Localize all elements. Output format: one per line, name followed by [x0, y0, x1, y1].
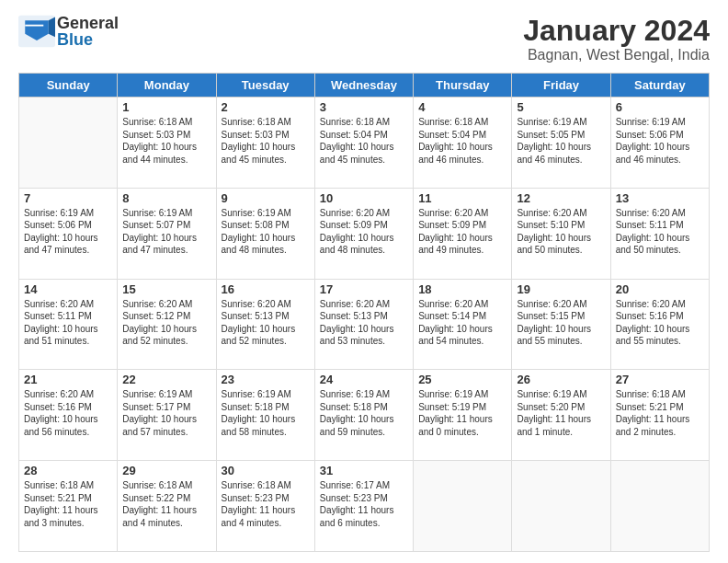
- day-number: 4: [418, 100, 506, 114]
- day-info: Sunrise: 6:19 AMSunset: 5:18 PMDaylight:…: [222, 388, 310, 438]
- day-info: Sunrise: 6:20 AMSunset: 5:09 PMDaylight:…: [418, 207, 506, 257]
- day-info: Sunrise: 6:18 AMSunset: 5:03 PMDaylight:…: [222, 116, 310, 166]
- day-info: Sunrise: 6:20 AMSunset: 5:16 PMDaylight:…: [24, 388, 112, 438]
- day-number: 31: [320, 464, 408, 477]
- calendar-cell: 13Sunrise: 6:20 AMSunset: 5:11 PMDayligh…: [610, 188, 709, 279]
- calendar-cell: 20Sunrise: 6:20 AMSunset: 5:16 PMDayligh…: [610, 279, 709, 370]
- logo-general-text: General: [57, 15, 119, 31]
- calendar-cell: 22Sunrise: 6:19 AMSunset: 5:17 PMDayligh…: [118, 370, 216, 461]
- day-info: Sunrise: 6:19 AMSunset: 5:06 PMDaylight:…: [24, 207, 112, 257]
- day-info: Sunrise: 6:20 AMSunset: 5:11 PMDaylight:…: [24, 298, 112, 348]
- day-info: Sunrise: 6:18 AMSunset: 5:04 PMDaylight:…: [418, 116, 506, 166]
- calendar-body: 1Sunrise: 6:18 AMSunset: 5:03 PMDaylight…: [19, 98, 710, 552]
- day-info: Sunrise: 6:20 AMSunset: 5:15 PMDaylight:…: [517, 298, 605, 348]
- calendar-cell: 19Sunrise: 6:20 AMSunset: 5:15 PMDayligh…: [512, 279, 610, 370]
- day-info: Sunrise: 6:20 AMSunset: 5:10 PMDaylight:…: [517, 207, 605, 257]
- calendar-week-1: 1Sunrise: 6:18 AMSunset: 5:03 PMDaylight…: [19, 98, 710, 189]
- weekday-header-friday: Friday: [512, 74, 610, 98]
- logo: General Blue: [18, 15, 119, 48]
- day-info: Sunrise: 6:20 AMSunset: 5:12 PMDaylight:…: [122, 298, 210, 348]
- calendar-cell: 1Sunrise: 6:18 AMSunset: 5:03 PMDaylight…: [118, 98, 216, 189]
- calendar-cell: 8Sunrise: 6:19 AMSunset: 5:07 PMDaylight…: [118, 188, 216, 279]
- day-info: Sunrise: 6:18 AMSunset: 5:22 PMDaylight:…: [122, 479, 210, 529]
- calendar-cell: 15Sunrise: 6:20 AMSunset: 5:12 PMDayligh…: [118, 279, 216, 370]
- weekday-header-sunday: Sunday: [19, 74, 118, 98]
- day-number: 11: [418, 191, 506, 205]
- day-info: Sunrise: 6:17 AMSunset: 5:23 PMDaylight:…: [320, 479, 408, 529]
- day-number: 29: [122, 464, 210, 477]
- page: General Blue January 2024 Bagnan, West B…: [0, 0, 728, 563]
- day-number: 20: [616, 282, 704, 296]
- weekday-header-saturday: Saturday: [610, 74, 709, 98]
- calendar-cell: 23Sunrise: 6:19 AMSunset: 5:18 PMDayligh…: [216, 370, 314, 461]
- calendar-cell: 24Sunrise: 6:19 AMSunset: 5:18 PMDayligh…: [314, 370, 413, 461]
- day-number: 22: [122, 373, 210, 386]
- day-number: 12: [517, 191, 605, 205]
- day-number: 2: [222, 100, 310, 114]
- day-info: Sunrise: 6:20 AMSunset: 5:14 PMDaylight:…: [418, 298, 506, 348]
- day-number: 19: [517, 282, 605, 296]
- calendar-cell: 2Sunrise: 6:18 AMSunset: 5:03 PMDaylight…: [216, 98, 314, 189]
- day-number: 18: [418, 282, 506, 296]
- calendar-cell: 3Sunrise: 6:18 AMSunset: 5:04 PMDaylight…: [314, 98, 413, 189]
- day-number: 17: [320, 282, 408, 296]
- weekday-header-row: SundayMondayTuesdayWednesdayThursdayFrid…: [19, 74, 710, 98]
- day-info: Sunrise: 6:18 AMSunset: 5:04 PMDaylight:…: [320, 116, 408, 166]
- calendar-cell: 5Sunrise: 6:19 AMSunset: 5:05 PMDaylight…: [512, 98, 610, 189]
- calendar-table: SundayMondayTuesdayWednesdayThursdayFrid…: [18, 73, 710, 552]
- day-info: Sunrise: 6:18 AMSunset: 5:21 PMDaylight:…: [24, 479, 112, 529]
- calendar-title: January 2024: [523, 15, 710, 47]
- calendar-cell: 7Sunrise: 6:19 AMSunset: 5:06 PMDaylight…: [19, 188, 118, 279]
- title-block: January 2024 Bagnan, West Bengal, India: [523, 15, 710, 63]
- day-info: Sunrise: 6:20 AMSunset: 5:13 PMDaylight:…: [222, 298, 310, 348]
- calendar-week-5: 28Sunrise: 6:18 AMSunset: 5:21 PMDayligh…: [19, 461, 710, 552]
- calendar-cell: [512, 461, 610, 552]
- calendar-cell: 16Sunrise: 6:20 AMSunset: 5:13 PMDayligh…: [216, 279, 314, 370]
- day-info: Sunrise: 6:20 AMSunset: 5:11 PMDaylight:…: [616, 207, 704, 257]
- calendar-cell: 14Sunrise: 6:20 AMSunset: 5:11 PMDayligh…: [19, 279, 118, 370]
- day-info: Sunrise: 6:18 AMSunset: 5:03 PMDaylight:…: [122, 116, 210, 166]
- day-number: 30: [222, 464, 310, 477]
- calendar-cell: 21Sunrise: 6:20 AMSunset: 5:16 PMDayligh…: [19, 370, 118, 461]
- header: General Blue January 2024 Bagnan, West B…: [18, 15, 710, 63]
- calendar-cell: 17Sunrise: 6:20 AMSunset: 5:13 PMDayligh…: [314, 279, 413, 370]
- calendar-cell: 28Sunrise: 6:18 AMSunset: 5:21 PMDayligh…: [19, 461, 118, 552]
- weekday-header-tuesday: Tuesday: [216, 74, 314, 98]
- calendar-cell: [610, 461, 709, 552]
- day-number: 28: [24, 464, 112, 477]
- calendar-subtitle: Bagnan, West Bengal, India: [523, 47, 710, 63]
- day-info: Sunrise: 6:19 AMSunset: 5:18 PMDaylight:…: [320, 388, 408, 438]
- day-info: Sunrise: 6:20 AMSunset: 5:09 PMDaylight:…: [320, 207, 408, 257]
- calendar-cell: 12Sunrise: 6:20 AMSunset: 5:10 PMDayligh…: [512, 188, 610, 279]
- calendar-cell: 25Sunrise: 6:19 AMSunset: 5:19 PMDayligh…: [414, 370, 512, 461]
- day-number: 9: [222, 191, 310, 205]
- calendar-cell: 6Sunrise: 6:19 AMSunset: 5:06 PMDaylight…: [610, 98, 709, 189]
- day-info: Sunrise: 6:19 AMSunset: 5:19 PMDaylight:…: [418, 388, 506, 438]
- calendar-cell: 30Sunrise: 6:18 AMSunset: 5:23 PMDayligh…: [216, 461, 314, 552]
- day-info: Sunrise: 6:20 AMSunset: 5:16 PMDaylight:…: [616, 298, 704, 348]
- day-number: 10: [320, 191, 408, 205]
- day-number: 16: [222, 282, 310, 296]
- day-info: Sunrise: 6:19 AMSunset: 5:20 PMDaylight:…: [517, 388, 605, 438]
- day-number: 7: [24, 191, 112, 205]
- day-number: 26: [517, 373, 605, 386]
- calendar-cell: [414, 461, 512, 552]
- logo-icon: [18, 15, 55, 48]
- day-info: Sunrise: 6:18 AMSunset: 5:21 PMDaylight:…: [616, 388, 704, 438]
- day-number: 23: [222, 373, 310, 386]
- day-number: 27: [616, 373, 704, 386]
- calendar-week-3: 14Sunrise: 6:20 AMSunset: 5:11 PMDayligh…: [19, 279, 710, 370]
- day-number: 14: [24, 282, 112, 296]
- logo-text: General Blue: [57, 15, 119, 48]
- day-info: Sunrise: 6:19 AMSunset: 5:05 PMDaylight:…: [517, 116, 605, 166]
- calendar-cell: 11Sunrise: 6:20 AMSunset: 5:09 PMDayligh…: [414, 188, 512, 279]
- calendar-week-2: 7Sunrise: 6:19 AMSunset: 5:06 PMDaylight…: [19, 188, 710, 279]
- calendar-cell: 31Sunrise: 6:17 AMSunset: 5:23 PMDayligh…: [314, 461, 413, 552]
- calendar-cell: 29Sunrise: 6:18 AMSunset: 5:22 PMDayligh…: [118, 461, 216, 552]
- weekday-header-wednesday: Wednesday: [314, 74, 413, 98]
- day-number: 3: [320, 100, 408, 114]
- calendar-week-4: 21Sunrise: 6:20 AMSunset: 5:16 PMDayligh…: [19, 370, 710, 461]
- calendar-cell: 27Sunrise: 6:18 AMSunset: 5:21 PMDayligh…: [610, 370, 709, 461]
- weekday-header-thursday: Thursday: [414, 74, 512, 98]
- day-number: 21: [24, 373, 112, 386]
